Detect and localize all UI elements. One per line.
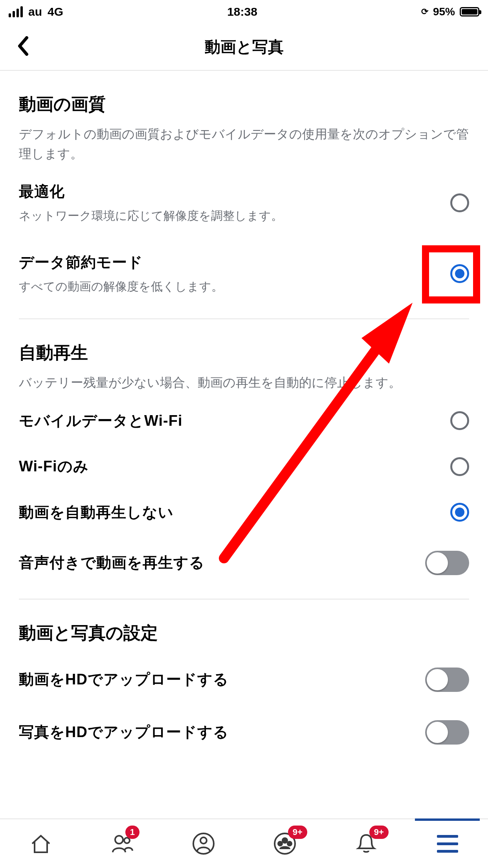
- annotation-highlight-box: [422, 245, 480, 303]
- radio-icon: [450, 411, 469, 430]
- toggle-off-icon: [425, 720, 469, 745]
- section-video-quality: 動画の画質 デフォルトの動画の画質およびモバイルデータの使用量を次のオプションで…: [19, 71, 469, 319]
- section-autoplay: 自動再生 バッテリー残量が少ない場合、動画の再生を自動的に停止します。 モバイル…: [19, 319, 469, 600]
- status-bar: au 4G 18:38 ⟳ 95%: [0, 0, 488, 24]
- option-data-saver[interactable]: データ節約モード すべての動画の解像度を低くします。: [19, 238, 469, 309]
- tab-groups[interactable]: 9+: [244, 819, 325, 868]
- option-label: データ節約モード: [19, 252, 450, 272]
- option-label: 動画をHDでアップロードする: [19, 669, 229, 690]
- option-label: 写真をHDでアップロードする: [19, 722, 229, 742]
- tab-profile[interactable]: [163, 819, 244, 868]
- battery-icon: [460, 7, 479, 17]
- svg-point-8: [278, 842, 282, 846]
- option-label: 動画を自動再生しない: [19, 502, 174, 522]
- option-upload-video-hd[interactable]: 動画をHDでアップロードする: [19, 653, 469, 706]
- option-wifi-only[interactable]: Wi-Fiのみ: [19, 445, 469, 488]
- option-mobile-wifi[interactable]: モバイルデータとWi-Fi: [19, 397, 469, 445]
- option-optimized[interactable]: 最適化 ネットワーク環境に応じて解像度を調整します。: [19, 167, 469, 238]
- battery-percent: 95%: [433, 6, 455, 18]
- tab-home[interactable]: [0, 819, 81, 868]
- section-desc: バッテリー残量が少ない場合、動画の再生を自動的に停止します。: [19, 373, 469, 393]
- tab-bar: 1 9+ 9+: [0, 818, 488, 868]
- section-title: 動画と写真の設定: [19, 622, 469, 645]
- svg-point-3: [124, 838, 130, 843]
- orientation-lock-icon: ⟳: [421, 7, 428, 17]
- home-icon: [29, 832, 53, 855]
- option-upload-photo-hd[interactable]: 写真をHDでアップロードする: [19, 706, 469, 759]
- svg-point-2: [115, 836, 123, 844]
- radio-icon: [450, 193, 469, 212]
- menu-icon: [437, 835, 458, 853]
- toggle-off-icon: [425, 551, 469, 575]
- section-desc: デフォルトの動画の画質およびモバイルデータの使用量を次のオプションで管理します。: [19, 125, 469, 164]
- option-play-with-sound[interactable]: 音声付きで動画を再生する: [19, 537, 469, 589]
- chevron-left-icon: [17, 36, 29, 56]
- carrier-label: au: [28, 5, 42, 18]
- option-label: 最適化: [19, 182, 450, 202]
- network-label: 4G: [48, 5, 63, 18]
- clock: 18:38: [227, 5, 257, 18]
- tab-menu[interactable]: [407, 819, 488, 868]
- tab-notifications[interactable]: 9+: [325, 819, 407, 868]
- option-label: Wi-Fiのみ: [19, 456, 89, 476]
- option-desc: ネットワーク環境に応じて解像度を調整します。: [19, 208, 450, 224]
- page-title: 動画と写真: [205, 36, 284, 58]
- option-never-autoplay[interactable]: 動画を自動再生しない: [19, 488, 469, 537]
- nav-header: 動画と写真: [0, 24, 488, 71]
- section-upload-settings: 動画と写真の設定 動画をHDでアップロードする 写真をHDでアップロードする: [19, 600, 469, 759]
- back-button[interactable]: [17, 36, 29, 57]
- option-label: 音声付きで動画を再生する: [19, 553, 205, 573]
- badge: 9+: [288, 826, 307, 839]
- radio-icon: [450, 503, 469, 522]
- signal-icon: [9, 6, 23, 17]
- option-desc: すべての動画の解像度を低くします。: [19, 279, 450, 295]
- profile-icon: [192, 832, 215, 855]
- badge: 9+: [369, 826, 389, 839]
- radio-icon: [450, 457, 469, 476]
- section-title: 動画の画質: [19, 93, 469, 116]
- option-label: モバイルデータとWi-Fi: [19, 411, 183, 431]
- section-title: 自動再生: [19, 341, 469, 364]
- tab-friends[interactable]: 1: [81, 819, 163, 868]
- svg-point-5: [200, 837, 207, 844]
- svg-point-7: [283, 838, 287, 843]
- badge: 1: [125, 826, 139, 839]
- svg-point-9: [288, 842, 292, 846]
- toggle-off-icon: [425, 668, 469, 692]
